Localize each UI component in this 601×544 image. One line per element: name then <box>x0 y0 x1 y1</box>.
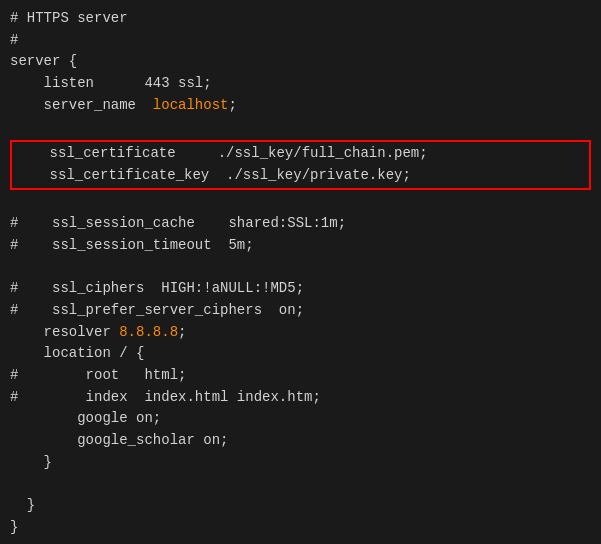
dns-resolver-value: 8.8.8.8 <box>119 324 178 340</box>
line-19: google on; <box>10 408 591 430</box>
code-display: # HTTPS server # server { listen 443 ssl… <box>0 0 601 544</box>
line-11: # ssl_session_timeout 5m; <box>10 235 591 257</box>
line-5: server_name localhost; <box>10 95 591 117</box>
line-15: resolver 8.8.8.8; <box>10 322 591 344</box>
line-2: # <box>10 30 591 52</box>
terminal-window: # HTTPS server # server { listen 443 ssl… <box>0 0 601 544</box>
line-17: # root html; <box>10 365 591 387</box>
line-7: ssl_certificate ./ssl_key/full_chain.pem… <box>16 143 585 165</box>
localhost-value: localhost <box>153 97 229 113</box>
line-14: # ssl_prefer_server_ciphers on; <box>10 300 591 322</box>
line-13: # ssl_ciphers HIGH:!aNULL:!MD5; <box>10 278 591 300</box>
line-3: server { <box>10 51 591 73</box>
line-8: ssl_certificate_key ./ssl_key/private.ke… <box>16 165 585 187</box>
line-10: # ssl_session_cache shared:SSL:1m; <box>10 213 591 235</box>
line-23: } <box>10 495 591 517</box>
line-blank-4 <box>10 473 591 495</box>
line-21: } <box>10 452 591 474</box>
line-4: listen 443 ssl; <box>10 73 591 95</box>
line-18: # index index.html index.htm; <box>10 387 591 409</box>
line-24: } <box>10 517 591 539</box>
line-blank-2 <box>10 192 591 214</box>
line-20: google_scholar on; <box>10 430 591 452</box>
line-blank-1 <box>10 116 591 138</box>
line-blank-3 <box>10 257 591 279</box>
ssl-certificate-block: ssl_certificate ./ssl_key/full_chain.pem… <box>10 140 591 189</box>
line-16: location / { <box>10 343 591 365</box>
line-1: # HTTPS server <box>10 8 591 30</box>
